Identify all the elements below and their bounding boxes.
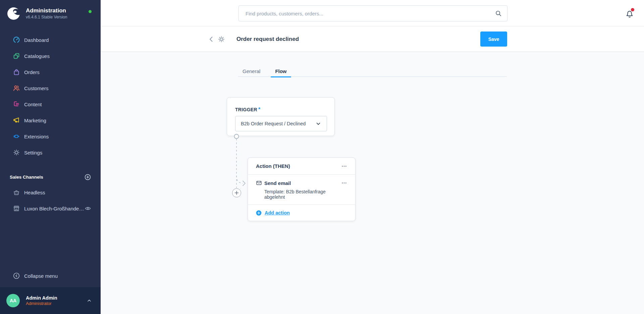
sidebar-header: Administration v6.4.6.1 Stable Version — [0, 0, 101, 27]
global-search — [238, 5, 507, 21]
kebab-horizontal-icon[interactable] — [341, 163, 347, 169]
sidebar-menu: Dashboard Catalogues Orders — [0, 32, 101, 161]
sidebar-item-label: Catalogues — [24, 53, 50, 59]
sidebar-item-marketing[interactable]: Marketing — [0, 112, 101, 128]
sidebar-item-catalogues[interactable]: Catalogues — [0, 48, 101, 64]
sidebar-item-orders[interactable]: Orders — [0, 64, 101, 80]
topbar — [101, 0, 644, 26]
shopware-logo-icon — [7, 7, 20, 20]
collapse-menu-button[interactable]: Collapse menu — [0, 268, 101, 284]
required-mark: * — [258, 107, 260, 112]
sidebar-item-content[interactable]: Content — [0, 96, 101, 112]
sales-channels-header: Sales Channels — [0, 170, 101, 184]
trigger-label: TRIGGER — [235, 107, 257, 112]
orders-icon — [13, 68, 20, 76]
sidebar-item-label: Content — [24, 102, 42, 107]
avatar: AA — [6, 294, 20, 307]
trigger-select-value: B2b Order Request / Declined — [241, 121, 315, 126]
add-sequence-plus-button[interactable] — [232, 188, 241, 197]
page-settings-gear-icon[interactable] — [217, 35, 225, 43]
page-title: Order request declined — [236, 26, 299, 52]
dashboard-icon — [13, 36, 20, 44]
save-button[interactable]: Save — [480, 32, 507, 47]
action-card-footer: Add action — [248, 205, 355, 221]
search-icon[interactable] — [495, 10, 502, 17]
sales-channel-luxon[interactable]: Luxon Blech-Großhandel ... — [0, 200, 101, 216]
trigger-label-row: TRIGGER* — [235, 107, 326, 113]
flow-content: General Flow TRIGGER* B2b Order Request … — [101, 52, 644, 314]
kebab-horizontal-icon[interactable] — [341, 180, 347, 186]
action-row-send-email[interactable]: Send email — [256, 180, 347, 186]
tab-bar: General Flow — [238, 65, 507, 77]
sidebar-item-extensions[interactable]: Extensions — [0, 128, 101, 144]
catalogues-icon — [13, 52, 20, 60]
action-detail: Template: B2b Bestellanfrage abgelehnt — [264, 189, 347, 200]
action-card-header: Action (THEN) — [248, 158, 355, 175]
user-name: Admin Admin — [26, 295, 87, 301]
sidebar: Administration v6.4.6.1 Stable Version D… — [0, 0, 101, 314]
action-card-title: Action (THEN) — [256, 163, 341, 169]
notification-dot — [631, 8, 634, 11]
sales-channels-section: Sales Channels Headless — [0, 170, 101, 216]
action-name: Send email — [264, 180, 341, 186]
user-texts: Admin Admin Administrator — [26, 295, 87, 306]
sidebar-item-label: Settings — [24, 150, 42, 155]
search-input[interactable] — [238, 5, 507, 21]
storefront-icon — [13, 205, 20, 212]
app-version: v6.4.6.1 Stable Version — [26, 15, 67, 20]
collapse-circle-chevron-icon — [13, 272, 20, 279]
customers-icon — [13, 84, 20, 92]
sales-channels-title: Sales Channels — [10, 175, 84, 180]
sidebar-item-label: Orders — [24, 69, 40, 75]
main-area: Order request declined Save General Flow… — [101, 0, 644, 314]
sidebar-item-dashboard[interactable]: Dashboard — [0, 32, 101, 48]
chevron-up-icon — [87, 298, 92, 303]
tab-flow[interactable]: Flow — [271, 65, 291, 77]
eye-icon[interactable] — [85, 205, 91, 212]
sales-channel-label: Headless — [24, 190, 91, 195]
sidebar-item-settings[interactable]: Settings — [0, 144, 101, 161]
sidebar-item-customers[interactable]: Customers — [0, 80, 101, 96]
smart-bar: Order request declined Save — [101, 26, 644, 52]
status-online-dot — [89, 10, 92, 13]
user-menu[interactable]: AA Admin Admin Administrator — [0, 287, 101, 314]
add-action-plus-icon[interactable] — [256, 210, 262, 216]
sidebar-item-label: Marketing — [24, 118, 46, 123]
extensions-icon — [13, 133, 20, 140]
sidebar-item-label: Dashboard — [24, 37, 49, 43]
admin-app: Administration v6.4.6.1 Stable Version D… — [0, 0, 644, 314]
content-icon — [13, 101, 20, 108]
back-chevron-icon[interactable] — [207, 35, 215, 43]
add-action-link[interactable]: Add action — [265, 210, 290, 215]
sidebar-titles: Administration v6.4.6.1 Stable Version — [26, 7, 67, 20]
sales-channel-label: Luxon Blech-Großhandel ... — [24, 206, 85, 211]
app-title: Administration — [26, 7, 67, 14]
trigger-select[interactable]: B2b Order Request / Declined — [235, 116, 327, 131]
tab-general[interactable]: General — [238, 65, 265, 77]
plus-icon — [234, 191, 239, 195]
sidebar-item-label: Extensions — [24, 134, 49, 139]
sidebar-item-label: Customers — [24, 85, 49, 91]
action-then-card: Action (THEN) Send email — [248, 158, 356, 221]
sidebar-spacer — [0, 216, 101, 268]
settings-icon — [13, 149, 20, 156]
sales-channel-headless[interactable]: Headless — [0, 184, 101, 200]
envelope-icon — [256, 180, 262, 186]
plus-circle-icon[interactable] — [84, 174, 91, 181]
marketing-icon — [13, 117, 20, 124]
user-role: Administrator — [26, 301, 87, 306]
chevron-down-icon — [315, 121, 321, 127]
collapse-menu-label: Collapse menu — [24, 273, 58, 279]
trigger-card: TRIGGER* B2b Order Request / Declined — [227, 97, 335, 136]
action-card-body: Send email Template: B2b Bestellanfrage … — [248, 175, 355, 205]
notifications-button[interactable] — [625, 9, 634, 18]
basket-icon — [13, 189, 20, 196]
